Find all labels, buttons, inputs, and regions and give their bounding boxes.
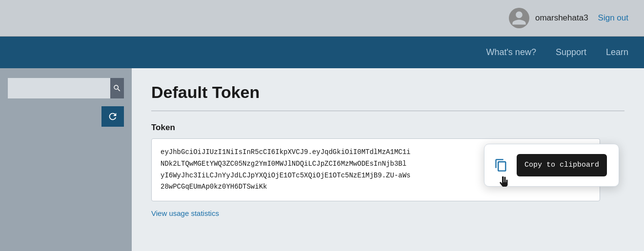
token-label: Token [151, 123, 624, 133]
main-layout: Default Token Token eyJhbGciOiJIUzI1NiIs… [0, 68, 644, 251]
view-usage-link[interactable]: View usage statistics [151, 209, 219, 217]
sign-out-button[interactable]: Sign out [594, 11, 632, 25]
avatar [509, 8, 529, 28]
search-button[interactable] [110, 78, 124, 98]
whats-new-link[interactable]: What's new? [486, 47, 536, 58]
copy-tooltip-popup: Copy to clipboard [484, 144, 619, 187]
copy-tooltip-label: Copy to clipboard [517, 154, 607, 176]
copy-to-clipboard-button[interactable] [492, 156, 510, 174]
nav-bar: What's new? Support Learn [0, 37, 644, 68]
page-title: Default Token [151, 83, 624, 102]
user-section: omarshehata3 Sign out [509, 8, 632, 28]
divider [151, 111, 624, 111]
search-input[interactable] [8, 78, 110, 98]
support-link[interactable]: Support [556, 47, 586, 58]
username-label: omarshehata3 [535, 13, 588, 23]
top-bar: omarshehata3 Sign out [0, 0, 644, 37]
content-area: Default Token Token eyJhbGciOiJIUzI1NiIs… [132, 68, 644, 251]
sidebar [0, 68, 132, 251]
refresh-button[interactable] [101, 106, 124, 127]
search-container [8, 78, 124, 98]
learn-link[interactable]: Learn [606, 47, 628, 58]
token-box: eyJhbGciOiJIUzI1NiIsInR5cCI6IkpXVCJ9.eyJ… [151, 138, 600, 201]
